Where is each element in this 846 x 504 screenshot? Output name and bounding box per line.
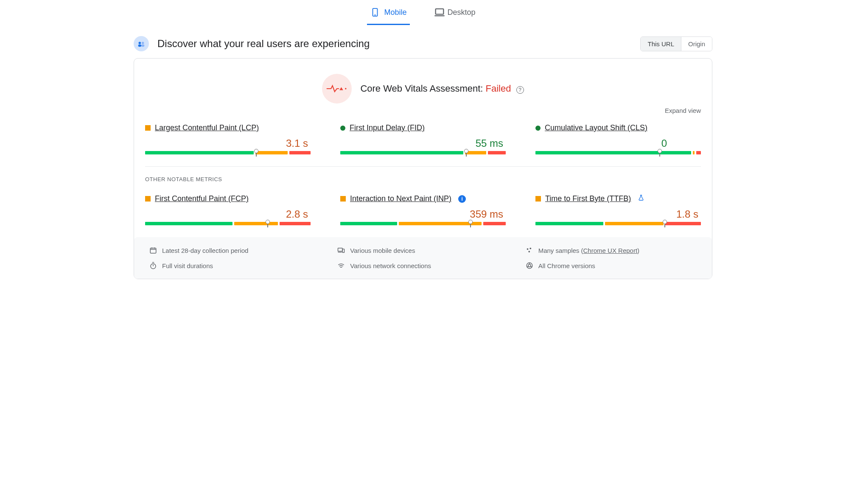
- svg-marker-7: [339, 87, 343, 90]
- metric-cls: Cumulative Layout Shift (CLS) 0: [535, 123, 701, 155]
- svg-point-4: [142, 42, 144, 44]
- crux-link[interactable]: Chrome UX Report: [583, 247, 638, 254]
- metric-cls-bar: [535, 151, 701, 155]
- metric-inp-name[interactable]: Interaction to Next Paint (INP): [350, 194, 451, 203]
- divider: [145, 166, 701, 167]
- footer-samples: Many samples (Chrome UX Report): [526, 246, 697, 254]
- footer-period: Latest 28-day collection period: [149, 246, 320, 254]
- svg-point-3: [139, 42, 141, 44]
- svg-point-12: [527, 248, 528, 250]
- tab-desktop-label: Desktop: [447, 8, 475, 17]
- metric-inp-value: 359 ms: [340, 208, 506, 220]
- svg-rect-6: [141, 45, 144, 47]
- metric-cls-name[interactable]: Cumulative Layout Shift (CLS): [545, 123, 647, 132]
- heartbeat-icon: [322, 74, 352, 104]
- flask-icon[interactable]: [638, 194, 644, 203]
- metric-fcp-bar: [145, 222, 311, 226]
- tab-mobile-label: Mobile: [384, 8, 406, 17]
- svg-rect-5: [138, 45, 141, 47]
- svg-point-14: [528, 251, 530, 252]
- metric-ttfb-value: 1.8 s: [535, 208, 701, 220]
- metric-inp: Interaction to Next Paint (INP) i 359 ms: [340, 194, 506, 226]
- tab-mobile[interactable]: Mobile: [367, 6, 410, 25]
- vitals-card: Core Web Vitals Assessment: Failed ? Exp…: [134, 58, 712, 279]
- summary-footer: Latest 28-day collection period Various …: [134, 237, 712, 279]
- good-dot-icon: [535, 126, 541, 131]
- other-metrics-grid: First Contentful Paint (FCP) 2.8 s Inter…: [145, 194, 701, 226]
- header-row: Discover what your real users are experi…: [134, 36, 712, 51]
- metric-ttfb-name[interactable]: Time to First Byte (TTFB): [545, 194, 631, 203]
- good-dot-icon: [340, 126, 345, 131]
- metric-ttfb: Time to First Byte (TTFB) 1.8 s: [535, 194, 701, 226]
- scope-origin[interactable]: Origin: [681, 37, 712, 51]
- footer-versions: All Chrome versions: [526, 262, 697, 269]
- assessment-text: Core Web Vitals Assessment: Failed ?: [360, 83, 524, 94]
- assessment-status: Failed: [486, 83, 511, 94]
- metric-fid-value: 55 ms: [340, 137, 506, 149]
- metric-fid-name[interactable]: First Input Delay (FID): [350, 123, 425, 132]
- metric-ttfb-bar: [535, 222, 701, 226]
- svg-rect-9: [150, 248, 156, 253]
- metric-fid: First Input Delay (FID) 55 ms: [340, 123, 506, 155]
- metric-lcp-value: 3.1 s: [145, 137, 311, 149]
- marker-icon: [663, 220, 667, 227]
- marker-icon: [254, 149, 258, 157]
- warning-dot-icon: [340, 196, 346, 202]
- marker-icon: [465, 149, 468, 157]
- warning-dot-icon: [145, 125, 151, 131]
- devices-icon: [337, 246, 345, 254]
- laptop-icon: [434, 6, 443, 19]
- metric-lcp-bar: [145, 151, 311, 155]
- device-tabs: Mobile Desktop: [134, 0, 712, 25]
- footer-network: Various network connections: [337, 262, 508, 269]
- scope-toggle: This URL Origin: [640, 36, 712, 51]
- core-vitals-grid: Largest Contentful Paint (LCP) 3.1 s Fir…: [145, 123, 701, 155]
- warning-dot-icon: [535, 196, 541, 202]
- calendar-icon: [149, 246, 157, 254]
- users-icon: [134, 36, 149, 51]
- marker-icon: [266, 220, 270, 227]
- stopwatch-icon: [149, 262, 157, 269]
- chrome-icon: [526, 262, 533, 269]
- metric-fcp: First Contentful Paint (FCP) 2.8 s: [145, 194, 311, 226]
- assessment-row: Core Web Vitals Assessment: Failed ?: [145, 74, 701, 104]
- metric-fcp-value: 2.8 s: [145, 208, 311, 220]
- metric-fid-bar: [340, 151, 506, 155]
- metric-fcp-name[interactable]: First Contentful Paint (FCP): [155, 194, 249, 203]
- footer-devices: Various mobile devices: [337, 246, 508, 254]
- svg-rect-2: [436, 9, 444, 14]
- svg-rect-11: [342, 249, 345, 252]
- phone-icon: [370, 6, 380, 19]
- marker-icon: [658, 149, 662, 157]
- scatter-icon: [526, 246, 533, 254]
- marker-icon: [468, 220, 472, 227]
- tab-desktop[interactable]: Desktop: [430, 6, 479, 25]
- metric-lcp-name[interactable]: Largest Contentful Paint (LCP): [155, 123, 259, 132]
- help-icon[interactable]: ?: [516, 86, 524, 94]
- network-icon: [337, 262, 345, 269]
- expand-view-link[interactable]: Expand view: [145, 107, 701, 114]
- warning-dot-icon: [145, 196, 151, 202]
- info-icon[interactable]: i: [458, 195, 466, 203]
- other-metrics-label: OTHER NOTABLE METRICS: [145, 176, 701, 182]
- page-title: Discover what your real users are experi…: [157, 38, 370, 50]
- footer-durations: Full visit durations: [149, 262, 320, 269]
- svg-point-13: [529, 248, 531, 249]
- metric-inp-bar: [340, 222, 506, 226]
- svg-point-8: [345, 88, 346, 89]
- scope-this-url[interactable]: This URL: [641, 37, 681, 51]
- metric-cls-value: 0: [535, 137, 701, 149]
- svg-rect-10: [338, 248, 343, 252]
- metric-lcp: Largest Contentful Paint (LCP) 3.1 s: [145, 123, 311, 155]
